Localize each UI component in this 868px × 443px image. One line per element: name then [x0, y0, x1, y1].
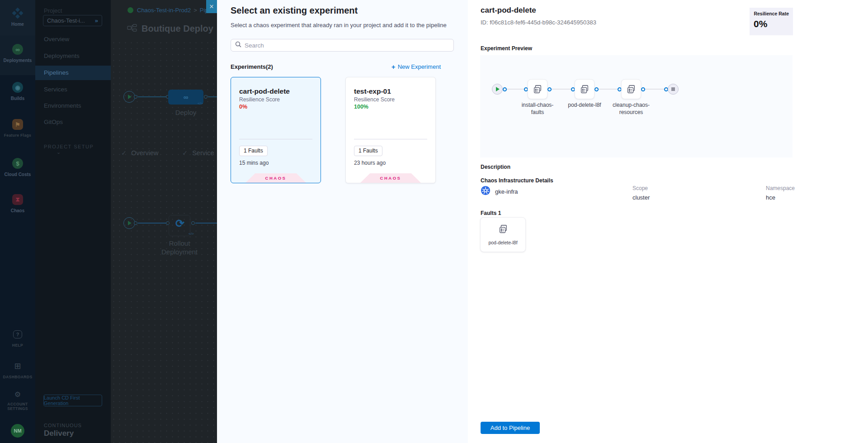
sidebar-item-cloud-costs[interactable]: $ Cloud Costs: [0, 156, 35, 177]
rollout-icon: ⟳: [175, 217, 184, 230]
new-experiment-button[interactable]: + New Experiment: [392, 63, 441, 71]
scope-value: cluster: [632, 194, 650, 201]
preview-step-pod-delete-l8f[interactable]: [575, 79, 594, 99]
nav-item-overview[interactable]: Overview: [35, 32, 111, 47]
launch-cd-first-gen-button[interactable]: Launch CD First Generation: [43, 395, 102, 406]
bg-tab-label: Service: [192, 149, 214, 157]
scope-label: Scope: [632, 185, 650, 191]
sidebar-item-label: Cloud Costs: [0, 172, 35, 177]
sidebar-item-builds[interactable]: ◉ Builds: [0, 80, 35, 101]
nav-item-pipelines[interactable]: Pipelines: [35, 66, 111, 80]
harness-logo-icon: [0, 7, 35, 19]
code-glyph: </>: [198, 101, 203, 105]
breadcrumb-separator: >: [193, 7, 197, 14]
bg-tab-service[interactable]: ✓Service: [182, 149, 214, 157]
pipeline-icon: [127, 24, 137, 34]
experiment-card-cart-pod-delete[interactable]: cart-pod-delete Resilience Score 0% 1 Fa…: [231, 77, 321, 183]
nav-item-services[interactable]: Services: [35, 82, 111, 97]
check-icon: ✓: [121, 149, 127, 157]
sidebar-item-chaos[interactable]: ⧗ Chaos: [0, 192, 35, 213]
last-run-time: 15 mins ago: [239, 160, 269, 166]
faults-badge: 1 Faults: [239, 146, 268, 156]
connector-line: [195, 223, 218, 224]
project-setup-toggle[interactable]: PROJECT SETUP ⌄: [44, 144, 111, 155]
preview-step-cleanup-chaos-resources[interactable]: [621, 79, 641, 99]
sidebar-item-feature-flags[interactable]: ⚑ Feature Flags: [0, 117, 35, 138]
project-selector-value: Chaos-Test-i...: [47, 17, 95, 24]
preview-step-install-chaos-faults[interactable]: [528, 79, 547, 99]
sidebar-item-account-settings[interactable]: ⚙ ACCOUNT SETTINGS: [0, 388, 35, 411]
search-icon: [235, 41, 241, 49]
preview-connector-line: [548, 89, 574, 90]
connector-line: [208, 96, 218, 97]
deployments-icon: ∞: [0, 43, 35, 55]
experiment-preview-label: Experiment Preview: [481, 45, 532, 52]
bg-stage2-label: Rollout Deployment: [159, 239, 200, 256]
project-color-icon: [127, 7, 133, 13]
close-button[interactable]: ✕: [206, 0, 217, 13]
plus-icon: +: [392, 63, 396, 71]
page-title: Boutique Deploy: [142, 24, 213, 34]
project-setup-label: PROJECT SETUP: [44, 144, 94, 149]
expand-icon: »: [95, 17, 98, 24]
sidebar-item-label: HELP: [0, 343, 35, 348]
project-selector[interactable]: Chaos-Test-i... »: [43, 15, 102, 26]
chaos-fault-icon: [498, 224, 508, 234]
play-icon: [496, 87, 500, 91]
namespace-field: Namespace hce: [766, 185, 795, 201]
nav-item-environments[interactable]: Environments: [35, 99, 111, 113]
sidebar-item-dashboards[interactable]: ⊞ DASHBOARDS: [0, 360, 35, 379]
modal-title: Select an existing experiment: [231, 5, 358, 16]
chaos-icon: ⧗: [0, 194, 35, 205]
nav-item-deployments[interactable]: Deployments: [35, 49, 111, 63]
sidebar-item-label: Feature Flags: [0, 133, 35, 138]
scope-field: Scope cluster: [632, 185, 650, 201]
bg-tab-overview[interactable]: ✓Overview: [121, 149, 159, 157]
chaos-fault-icon: [580, 84, 590, 94]
faults-badge: 1 Faults: [354, 146, 382, 156]
preview-connector-dot: [594, 87, 599, 91]
resilience-rate-label: Resilience Rate: [754, 11, 789, 16]
sidebar-item-home[interactable]: Home: [0, 0, 35, 35]
connector-dot: [134, 221, 137, 225]
user-avatar[interactable]: NM: [11, 424, 24, 438]
faults-label: Faults 1: [481, 210, 501, 216]
add-to-pipeline-button[interactable]: Add to Pipeline: [481, 422, 540, 434]
sidebar-item-label: Deployments: [0, 58, 35, 63]
card-divider: [239, 139, 312, 139]
experiment-id: ID: f06c81c8-fef6-445d-b98c-324645950383: [481, 19, 596, 26]
resilience-score-label: Resilience Score: [239, 96, 280, 103]
experiment-name: test-exp-01: [354, 87, 391, 95]
experiment-card-test-exp-01[interactable]: test-exp-01 Resilience Score 100% 1 Faul…: [345, 77, 436, 183]
sidebar-item-label: DASHBOARDS: [0, 375, 35, 379]
kubernetes-icon: [481, 186, 491, 197]
bg-stage-label: Deploy: [168, 109, 204, 116]
namespace-label: Namespace: [766, 185, 795, 191]
resilience-rate-value: 0%: [754, 19, 789, 29]
screen: Home ∞ Deployments ◉ Builds ⚑ Feature Fl…: [0, 0, 868, 443]
description-label: Description: [481, 164, 510, 170]
play-icon: [128, 95, 132, 99]
page-title-row: Boutique Deploy ✎: [127, 24, 223, 34]
project-sidebar: Project Chaos-Test-i... » Overview Deplo…: [35, 0, 111, 443]
chaos-fault-icon: [626, 84, 636, 94]
experiment-preview-canvas: install-chaos-faults pod-delete-l8f clea…: [480, 55, 793, 157]
experiment-name: cart-pod-delete: [239, 87, 290, 95]
fault-name: pod-delete-l8f: [481, 240, 525, 245]
preview-connector-dot: [641, 87, 645, 91]
preview-step-label: pod-delete-l8f: [563, 101, 606, 109]
dashboards-icon: ⊞: [0, 360, 35, 372]
chevron-down-icon: ⌄: [57, 149, 61, 155]
sidebar-item-help[interactable]: ? HELP: [0, 329, 35, 348]
sidebar-item-deployments[interactable]: ∞ Deployments: [0, 35, 35, 75]
cloud-costs-icon: $: [0, 157, 35, 169]
nav-item-gitops[interactable]: GitOps: [35, 115, 111, 129]
breadcrumb-project-link[interactable]: Chaos-Test-in-Prod2: [137, 7, 191, 14]
preview-connector-dot: [503, 87, 507, 91]
search-input[interactable]: [245, 42, 449, 49]
module-label-continuous: CONTINUOUS: [44, 423, 82, 428]
search-box: [231, 39, 454, 52]
fault-card-pod-delete-l8f[interactable]: pod-delete-l8f: [480, 217, 526, 252]
play-icon: [128, 221, 132, 225]
resilience-rate-box: Resilience Rate 0%: [750, 8, 793, 35]
